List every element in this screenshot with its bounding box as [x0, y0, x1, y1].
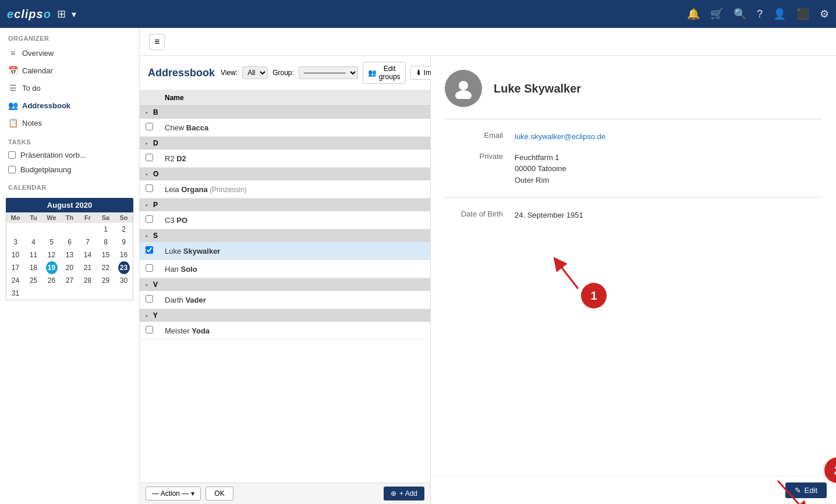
edit-button[interactable]: ✎ Edit [785, 482, 827, 498]
divider-1 [445, 119, 822, 119]
contact-table: Name ▪ B [140, 90, 430, 375]
edit-groups-button[interactable]: 👥 Edit groups [363, 62, 406, 84]
ok-button[interactable]: OK [206, 487, 233, 501]
task1-checkbox[interactable] [8, 151, 16, 159]
han-checkbox[interactable] [146, 264, 153, 272]
cal-week-5: 24 25 26 27 28 29 30 [6, 274, 133, 287]
bell-icon[interactable]: 🔔 [687, 8, 700, 20]
detail-footer: ✎ Edit [431, 476, 836, 504]
yoda-checkbox[interactable] [146, 326, 153, 333]
ab-panel-left: Addressbook View: All Group: —————— 👥 Ed… [140, 56, 431, 504]
ab-panel-right: Luke Skywalker Email luke.skywalker@ecli… [431, 56, 836, 504]
cal-week-4: 17 18 19 20 21 22 23 [6, 261, 133, 274]
contact-row-c3po[interactable]: C3 PO [140, 211, 430, 229]
r2d2-checkbox[interactable] [146, 154, 153, 161]
divider-2 [445, 197, 822, 198]
view-label: View: [221, 69, 238, 77]
todo-icon: ☰ [8, 83, 17, 93]
group-collapse-icon: ▪ [146, 109, 148, 116]
action-dropdown-button[interactable]: — Action — ▾ [146, 487, 201, 501]
people-icon: 👥 [368, 69, 377, 77]
sidebar: ORGANIZER ≡ Overview 📅 Calendar ☰ To do … [0, 28, 140, 504]
contact-row-leia[interactable]: Leia Organa (Prinzessin) [140, 180, 430, 198]
avatar [445, 70, 482, 107]
svg-point-0 [459, 81, 468, 90]
col-checkbox [140, 90, 159, 106]
svg-point-1 [455, 90, 472, 99]
task-item-1: Präsentation vorb... [0, 148, 139, 162]
topbar-left: eclipso ⊞ ▾ [7, 8, 76, 21]
chew-checkbox[interactable] [146, 123, 153, 130]
ab-toolbar: Addressbook View: All Group: —————— 👥 Ed… [140, 56, 430, 90]
contact-row-r2d2[interactable]: R2 D2 [140, 150, 430, 168]
group-select[interactable]: —————— [299, 66, 358, 79]
group-collapse-icon: ▪ [146, 282, 148, 288]
grid-icon[interactable]: ⊞ [57, 8, 66, 20]
sidebar-item-calendar[interactable]: 📅 Calendar [0, 62, 139, 79]
contact-row-yoda[interactable]: Meister Yoda [140, 322, 430, 340]
tasks-label: TASKS [0, 132, 139, 148]
group-d: ▪ D [140, 137, 430, 150]
c3po-checkbox[interactable] [146, 215, 153, 223]
organizer-label: ORGANIZER [0, 28, 139, 44]
vader-checkbox[interactable] [146, 295, 153, 303]
group-collapse-icon: ▪ [146, 140, 148, 147]
group-collapse-icon: ▪ [146, 233, 148, 239]
ab-panel-right-wrapper: Luke Skywalker Email luke.skywalker@ecli… [431, 56, 836, 504]
sidebar-item-notes[interactable]: 📋 Notes [0, 114, 139, 132]
contact-row-han[interactable]: Han Solo [140, 260, 430, 278]
ab-layout-wrapper: Addressbook View: All Group: —————— 👥 Ed… [140, 56, 836, 504]
email-value: luke.skywalker@eclipso.de [515, 131, 605, 143]
hamburger-button[interactable]: ≡ [149, 34, 165, 50]
task-item-2: Budgetplanung [0, 162, 139, 177]
import-icon: ⬇ [416, 69, 421, 77]
dropdown-arrow-icon: ▾ [191, 489, 194, 498]
private-label: Private [445, 152, 503, 161]
help-icon[interactable]: ? [757, 8, 763, 20]
cal-week-2: 3 4 5 6 7 8 9 [6, 236, 133, 249]
search-icon[interactable]: 🔍 [734, 8, 746, 20]
group-b: ▪ B [140, 106, 430, 119]
contact-row-vader[interactable]: Darth Vader [140, 291, 430, 309]
cart-icon[interactable]: 🛒 [710, 8, 723, 20]
apps-icon[interactable]: ⬛ [796, 8, 809, 20]
group-v: ▪ V [140, 278, 430, 292]
view-select[interactable]: All [242, 66, 268, 79]
ab-footer: — Action — ▾ OK ⊕ + Add [140, 482, 430, 504]
dob-label: Date of Birth [445, 210, 503, 218]
detail-row-dob: Date of Birth 24. September 1951 [445, 205, 822, 226]
overview-icon: ≡ [8, 48, 17, 58]
contact-list: Name ▪ B [140, 90, 430, 482]
content-header: ≡ [140, 28, 836, 56]
task2-checkbox[interactable] [8, 166, 16, 173]
edit-icon: ✎ [795, 486, 801, 495]
logo: eclipso [7, 8, 51, 21]
calendar-month-year: August 2020 [6, 198, 133, 212]
main-layout: ORGANIZER ≡ Overview 📅 Calendar ☰ To do … [0, 28, 836, 504]
settings-icon[interactable]: ⚙ [820, 8, 829, 20]
group-y: ▪ Y [140, 309, 430, 322]
calendar-icon: 📅 [8, 66, 17, 75]
sidebar-item-addressbook[interactable]: 👥 Addressbook [0, 97, 139, 114]
sidebar-item-overview[interactable]: ≡ Overview [0, 44, 139, 62]
email-label: Email [445, 131, 503, 140]
sidebar-item-todo[interactable]: ☰ To do [0, 79, 139, 97]
add-button[interactable]: ⊕ + Add [384, 487, 424, 501]
contact-row-luke[interactable]: Luke Skywalker [140, 242, 430, 260]
group-o: ▪ O [140, 168, 430, 181]
calendar-label: CALENDAR [0, 177, 139, 193]
cal-week-3: 10 11 12 13 14 15 16 [6, 249, 133, 261]
leia-checkbox[interactable] [146, 184, 153, 192]
luke-checkbox[interactable] [146, 246, 153, 254]
topbar: eclipso ⊞ ▾ 🔔 🛒 🔍 ? 👤 ⬛ ⚙ [0, 0, 836, 28]
group-p: ▪ P [140, 198, 430, 212]
group-label: Group: [272, 69, 294, 77]
addressbook-icon: 👥 [8, 101, 17, 110]
group-s: ▪ S [140, 229, 430, 243]
dob-value: 24. September 1951 [515, 210, 583, 221]
contact-row-chew[interactable]: Chew Bacca [140, 119, 430, 137]
detail-row-email: Email luke.skywalker@eclipso.de [445, 126, 822, 147]
contact-header: Luke Skywalker [445, 70, 822, 107]
user-icon[interactable]: 👤 [773, 8, 786, 20]
dropdown-icon[interactable]: ▾ [72, 9, 76, 20]
